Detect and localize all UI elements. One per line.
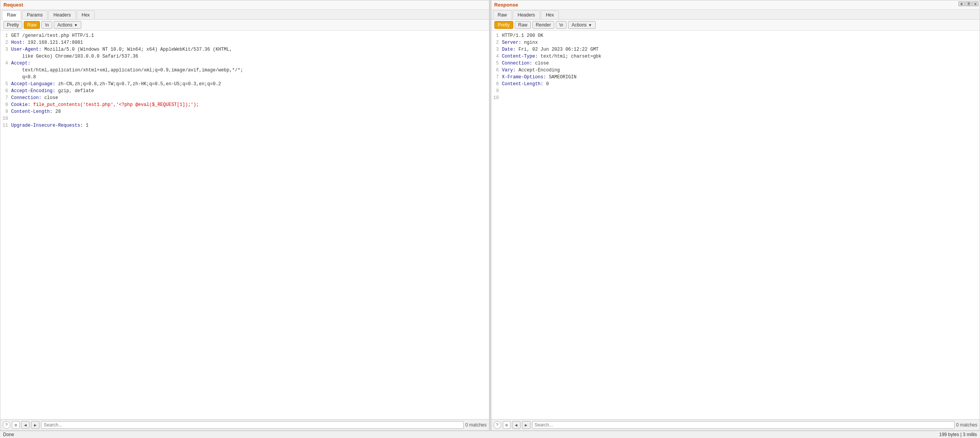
request-tab-hex[interactable]: Hex	[77, 10, 95, 19]
response-line-3: 3 Date: Fri, 02 Jun 2023 06:12:22 GMT	[491, 46, 980, 53]
response-next-btn[interactable]: ▶	[522, 421, 530, 429]
response-title: Response	[491, 0, 980, 10]
response-tab-bar: Raw Headers Hex	[491, 10, 980, 20]
request-line-2: 2 Host: 192.168.121.147:8081	[0, 39, 489, 46]
request-tab-params[interactable]: Params	[22, 10, 48, 19]
response-panel: Response Raw Headers Hex Pretty Raw Rend…	[491, 0, 980, 431]
response-help-icon[interactable]: ?	[494, 421, 501, 429]
request-line-3: 3 User-Agent: Mozilla/5.0 (Windows NT 10…	[0, 46, 489, 60]
request-line-11: 11 Upgrade-Insecure-Requests: 1	[0, 122, 489, 129]
response-matches-count: 0 matches	[956, 422, 977, 428]
request-content[interactable]: 1 GET /general/test.php HTTP/1.1 2 Host:…	[0, 31, 489, 419]
status-left: Done	[3, 432, 14, 437]
response-tab-headers[interactable]: Headers	[513, 10, 540, 19]
response-line-10: 10	[491, 94, 980, 101]
response-actions-chevron: ▼	[588, 23, 592, 27]
response-raw-btn[interactable]: Raw	[515, 21, 531, 29]
response-search-bar: ? ⚙ ◀ ▶ 0 matches	[491, 419, 980, 430]
request-line-9: 9 Content-Length: 28	[0, 108, 489, 115]
response-actions-label: Actions	[572, 22, 586, 28]
list-view-icon[interactable]: ☰	[965, 2, 972, 6]
request-tab-headers[interactable]: Headers	[48, 10, 76, 19]
request-line-1: 1 GET /general/test.php HTTP/1.1	[0, 32, 489, 39]
response-render-btn[interactable]: Render	[532, 21, 554, 29]
status-bar: Done 199 bytes | 3 millis	[0, 431, 980, 438]
request-matches-count: 0 matches	[465, 422, 486, 428]
response-n-btn[interactable]: \n	[556, 21, 567, 29]
request-search-input[interactable]	[41, 421, 464, 429]
response-pretty-btn[interactable]: Pretty	[494, 21, 513, 29]
request-title: Request	[0, 0, 489, 10]
request-line-8: 8 Cookie: file_put_contents('test1.php',…	[0, 101, 489, 108]
window-controls: ⊞ ☰ ⊟	[959, 2, 978, 6]
request-raw-btn[interactable]: Raw	[24, 21, 40, 29]
request-tab-raw[interactable]: Raw	[2, 10, 21, 20]
request-next-btn[interactable]: ▶	[31, 421, 40, 429]
request-actions-btn[interactable]: Actions ▼	[54, 21, 81, 29]
request-line-10: 10	[0, 115, 489, 122]
request-line-6: 6 Accept-Encoding: gzip, deflate	[0, 88, 489, 94]
request-n-btn[interactable]: \n	[41, 21, 52, 29]
response-line-7: 7 X-Frame-Options: SAMEORIGIN	[491, 74, 980, 81]
request-toolbar: Pretty Raw \n Actions ▼	[0, 20, 489, 31]
response-content[interactable]: 1 HTTP/1.1 200 OK 2 Server: nginx 3 Date…	[491, 31, 980, 419]
response-prev-btn[interactable]: ◀	[512, 421, 520, 429]
request-line-4: 4 Accept: text/html,application/xhtml+xm…	[0, 60, 489, 81]
response-tab-raw[interactable]: Raw	[493, 10, 512, 19]
response-line-5: 5 Connection: close	[491, 60, 980, 67]
response-line-2: 2 Server: nginx	[491, 39, 980, 46]
response-search-input[interactable]	[532, 421, 955, 429]
response-line-8: 8 Content-Length: 0	[491, 81, 980, 88]
grid-view-icon[interactable]: ⊟	[972, 2, 978, 6]
request-line-5: 5 Accept-Language: zh-CN,zh;q=0.8,zh-TW;…	[0, 81, 489, 88]
response-toolbar: Pretty Raw Render \n Actions ▼	[491, 20, 980, 31]
response-line-4: 4 Content-Type: text/html; charset=gbk	[491, 53, 980, 60]
status-right: 199 bytes | 3 millis	[939, 432, 977, 437]
response-settings-icon[interactable]: ⚙	[503, 421, 511, 429]
request-line-7: 7 Connection: close	[0, 94, 489, 101]
request-panel: Request Raw Params Headers Hex Pretty Ra…	[0, 0, 489, 431]
request-tab-bar: Raw Params Headers Hex	[0, 10, 489, 20]
request-pretty-btn[interactable]: Pretty	[3, 21, 22, 29]
request-actions-label: Actions	[57, 22, 72, 28]
response-line-9: 9	[491, 88, 980, 94]
response-tab-hex[interactable]: Hex	[541, 10, 559, 19]
request-settings-icon[interactable]: ⚙	[12, 421, 20, 429]
main-container: Request Raw Params Headers Hex Pretty Ra…	[0, 0, 980, 431]
response-actions-btn[interactable]: Actions ▼	[568, 21, 595, 29]
response-line-6: 6 Vary: Accept-Encoding	[491, 67, 980, 74]
request-help-icon[interactable]: ?	[3, 421, 10, 429]
split-view-icon[interactable]: ⊞	[959, 2, 965, 6]
request-prev-btn[interactable]: ◀	[21, 421, 30, 429]
request-search-bar: ? ⚙ ◀ ▶ 0 matches	[0, 419, 489, 430]
request-actions-chevron: ▼	[74, 23, 78, 27]
response-line-1: 1 HTTP/1.1 200 OK	[491, 32, 980, 39]
